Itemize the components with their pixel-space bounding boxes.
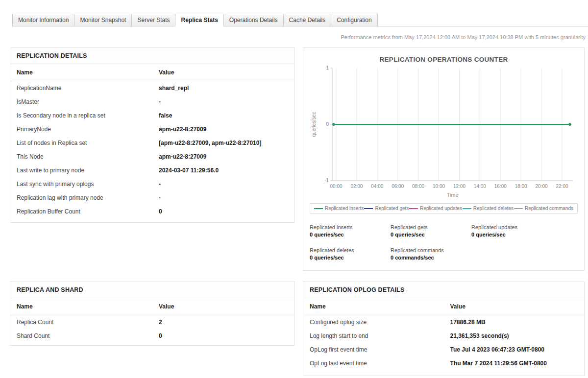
panel-title: REPLICA AND SHARD [10,282,294,298]
table-row: Last sync with primary oplogs- [10,177,294,191]
row-value: apm-u22-8:27009 [152,122,294,136]
x-tick-label: 18:00 [515,184,527,189]
replication-oplog-details-panel: REPLICATION OPLOG DETAILS Name Value Con… [303,282,585,376]
replica-and-shard-panel: REPLICA AND SHARD Name Value Replica Cou… [10,282,295,346]
x-tick-label: 08:00 [412,184,424,189]
legend-swatch-icon [514,208,523,209]
tab-monitor-snapshot[interactable]: Monitor Snapshot [74,14,132,26]
series-point [569,123,571,126]
performance-metrics-note: Performance metrics from May 17,2024 12:… [341,34,586,40]
replication-details-table: Name Value ReplicationNameshard_replIsMa… [10,64,294,218]
replication-details-panel: REPLICATION DETAILS Name Value Replicati… [10,47,295,223]
row-name: Last sync with primary oplogs [10,177,152,191]
row-value: - [152,191,294,205]
legend-item: Replicated updates [409,206,462,211]
row-name: Replica Count [10,315,152,330]
series-point [333,123,335,126]
panel-title: REPLICATION DETAILS [10,48,294,64]
x-axis-label: Time [446,192,458,198]
column-header-value: Value [444,298,585,315]
table-row: Configured oplog size17886.28 MB [303,315,584,330]
stat-item: Replicated deletes0 queries/sec [310,247,391,260]
legend-item: Replicated deletes [463,206,514,211]
row-name: OpLog last event time [303,356,444,370]
row-name: ReplicationName [10,81,152,95]
x-tick-label: 02:00 [350,184,363,189]
y-axis-label: queries/sec [311,112,317,137]
table-row: OpLog first event timeTue Jul 4 2023 06:… [303,343,584,356]
stat-label: Replicated gets [391,224,471,230]
chart-legend: Replicated insertsReplicated getsReplica… [310,203,578,213]
legend-swatch-icon [463,208,471,209]
column-header-name: Name [303,298,444,315]
tab-operations-details[interactable]: Operations Details [223,14,284,26]
table-row: IsMaster- [10,95,294,109]
table-row: Last write to primary node2024-03-07 11:… [10,164,294,177]
table-row: This Nodeapm-u22-8:27009 [10,150,294,164]
x-tick-label: 14:00 [474,184,486,189]
tab-cache-details[interactable]: Cache Details [283,14,332,26]
row-name: Is Secondary node in a replica set [10,109,152,122]
row-name: OpLog first event time [303,343,444,356]
x-tick-label: 00:00 [330,184,342,189]
legend-swatch-icon [409,208,418,209]
table-row: Replication Buffer Count0 [10,205,294,218]
row-value: false [152,109,294,122]
table-header-row: Name Value [10,64,294,81]
row-value: [apm-u22-8:27009, apm-u22-8:27010] [152,136,294,150]
stat-label: Replicated commands [391,247,471,253]
tab-replica-stats[interactable]: Replica Stats [175,14,223,26]
row-name: This Node [10,150,152,164]
tab-configuration[interactable]: Configuration [331,14,377,26]
row-value: 0 [152,329,294,343]
chart-title: REPLICATION OPERATIONS COUNTER [303,48,584,63]
row-name: Last write to primary node [10,164,152,177]
oplog-details-table: Name Value Configured oplog size17886.28… [303,298,584,370]
x-tick-label: 20:00 [536,184,548,189]
stat-item: Replicated inserts0 queries/sec [310,224,391,237]
legend-label: Replicated updates [420,206,462,211]
stat-value: 0 queries/sec [310,255,391,260]
x-tick-label: 12:00 [453,184,466,189]
row-name: IsMaster [10,95,152,109]
tab-server-stats[interactable]: Server Stats [131,14,175,26]
stat-value: 0 queries/sec [391,232,471,237]
table-row: PrimaryNodeapm-u22-8:27009 [10,122,294,136]
table-row: Shard Count0 [10,329,294,343]
x-tick-label: 10:00 [433,184,445,189]
operations-counter-chart: 00:0002:0004:0006:0008:0010:0012:0014:00… [310,65,578,202]
table-header-row: Name Value [303,298,584,315]
table-row: Replica Count2 [10,315,294,330]
table-row: Replication lag with primary node- [10,191,294,205]
row-name: Configured oplog size [303,315,444,330]
column-header-value: Value [152,298,294,315]
row-value: - [152,95,294,109]
row-value: Tue Jul 4 2023 06:47:23 GMT-0800 [444,343,585,356]
row-value: shard_repl [152,81,294,95]
table-row: OpLog last event timeThu Mar 7 2024 11:2… [303,356,584,370]
stat-item: Replicated gets0 queries/sec [391,224,471,237]
chart-stats: Replicated inserts0 queries/secReplicate… [310,224,577,260]
row-value: - [152,177,294,191]
row-name: List of nodes in Replica set [10,136,152,150]
stat-label: Replicated deletes [310,247,391,253]
legend-item: Replicated commands [514,206,573,211]
legend-label: Replicated gets [375,206,409,211]
row-value: 17886.28 MB [444,315,585,330]
column-header-name: Name [10,298,152,315]
table-header-row: Name Value [10,298,294,315]
panel-title: REPLICATION OPLOG DETAILS [303,282,584,298]
tab-bar: Monitor InformationMonitor SnapshotServe… [12,14,377,26]
row-value: 2024-03-07 11:29:56.0 [152,164,294,177]
stat-value: 0 commands/sec [391,255,471,260]
row-name: Log length start to end [303,329,444,343]
tab-monitor-information[interactable]: Monitor Information [12,14,74,26]
y-tick-label: 0 [326,121,329,127]
legend-swatch-icon [364,208,373,209]
x-tick-label: 04:00 [371,184,383,189]
column-header-name: Name [10,64,152,81]
legend-swatch-icon [314,208,323,209]
stat-label: Replicated inserts [310,224,391,230]
row-value: apm-u22-8:27009 [152,150,294,164]
y-tick-label: -1 [324,178,329,183]
